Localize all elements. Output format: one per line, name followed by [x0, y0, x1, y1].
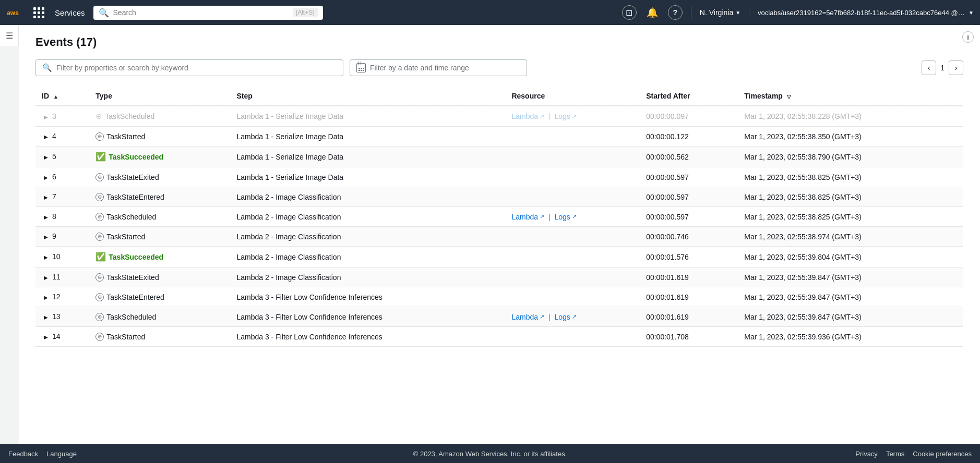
- logs-resource-link[interactable]: Logs ↗: [554, 213, 576, 221]
- account-menu[interactable]: voclabs/user2319162=5e7fb682-b18f-11ec-a…: [758, 9, 974, 17]
- row-expand-button[interactable]: ▶: [42, 294, 50, 301]
- info-panel-icon[interactable]: i: [962, 31, 974, 43]
- table-row: ▶ 10 ✅ TaskSucceeded Lambda 2 - Image Cl…: [35, 247, 963, 267]
- events-table: ID ▲ Type Step Resource Started After: [35, 87, 963, 347]
- search-filter-icon: 🔍: [42, 63, 52, 72]
- col-header-id[interactable]: ID ▲: [35, 87, 89, 106]
- table-row: ▶ 6 ⊖ TaskStateExited Lambda 1 - Seriali…: [35, 167, 963, 187]
- table-row: ▶ 4 ⊕ TaskStarted Lambda 1 - Serialize I…: [35, 127, 963, 147]
- apps-grid-icon[interactable]: [31, 5, 46, 20]
- svg-text:aws: aws: [7, 9, 19, 17]
- lambda-resource-link[interactable]: Lambda ↗: [511, 213, 544, 221]
- services-nav-link[interactable]: Services: [51, 8, 89, 17]
- help-icon[interactable]: ?: [668, 5, 683, 20]
- table-row: ▶ 5 ✅ TaskSucceeded Lambda 1 - Serialize…: [35, 147, 963, 167]
- col-header-type: Type: [89, 87, 230, 106]
- type-clock-icon: ⊕: [95, 112, 102, 121]
- calendar-icon: [356, 63, 366, 72]
- row-expand-button[interactable]: ▶: [42, 133, 50, 141]
- type-clock-icon: ⊕: [95, 333, 104, 341]
- ext-link-icon-2: ↗: [572, 313, 577, 320]
- ext-link-icon-2: ↗: [572, 213, 577, 220]
- table-row: ▶ 8 ⊕ TaskScheduled Lambda 2 - Image Cla…: [35, 207, 963, 227]
- menu-hamburger-icon: ☰: [6, 31, 13, 41]
- table-row: ▶ 11 ⊖ TaskStateExited Lambda 2 - Image …: [35, 267, 963, 287]
- lambda-resource-link[interactable]: Lambda ↗: [511, 112, 544, 120]
- col-header-started-after: Started After: [640, 87, 738, 106]
- type-dash-icon: ⊖: [95, 173, 104, 181]
- prev-page-button[interactable]: ‹: [922, 60, 936, 75]
- col-header-resource: Resource: [505, 87, 640, 106]
- type-clock-icon: ⊕: [95, 132, 104, 141]
- keyword-filter-box[interactable]: 🔍: [35, 59, 343, 76]
- type-dash-icon: ⊖: [95, 273, 104, 282]
- row-expand-button[interactable]: ▶: [42, 333, 50, 341]
- row-expand-button[interactable]: ▶: [42, 213, 50, 221]
- top-navigation: aws Services 🔍 [Alt+S] ⊡ 🔔 ? N. Virginia…: [0, 0, 980, 25]
- row-expand-button[interactable]: ▶: [42, 174, 50, 181]
- row-expand-button[interactable]: ▶: [42, 233, 50, 241]
- row-expand-button[interactable]: ▶: [42, 253, 50, 261]
- terminal-icon[interactable]: ⊡: [622, 5, 637, 20]
- table-row: ▶ 7 ⊖ TaskStateEntered Lambda 2 - Image …: [35, 187, 963, 207]
- logs-resource-link[interactable]: Logs ↗: [554, 313, 576, 321]
- next-page-button[interactable]: ›: [949, 60, 963, 75]
- type-clock-icon: ⊕: [95, 233, 104, 241]
- account-chevron-icon: ▼: [969, 10, 974, 16]
- region-selector[interactable]: N. Virginia ▼: [700, 8, 740, 17]
- table-row: ▶ 9 ⊕ TaskStarted Lambda 2 - Image Class…: [35, 227, 963, 247]
- table-row: ▶ 14 ⊕ TaskStarted Lambda 3 - Filter Low…: [35, 327, 963, 347]
- table-header-row: ID ▲ Type Step Resource Started After: [35, 87, 963, 106]
- region-chevron-icon: ▼: [735, 10, 740, 16]
- lambda-resource-link[interactable]: Lambda ↗: [511, 313, 544, 321]
- row-expand-button[interactable]: ▶: [42, 153, 50, 161]
- col-header-step: Step: [230, 87, 505, 106]
- pagination-controls: ‹ 1 ›: [922, 60, 963, 75]
- row-expand-button[interactable]: ▶: [42, 313, 50, 321]
- type-clock-icon: ⊕: [95, 313, 104, 321]
- table-row: ▶ 3 ⊕ TaskScheduled Lambda 1 - Serialize…: [35, 106, 963, 127]
- type-check-icon: ✅: [95, 252, 106, 262]
- type-dash-icon: ⊖: [95, 193, 104, 201]
- external-link-icon-2: ↗: [572, 113, 577, 120]
- type-check-icon: ✅: [95, 152, 106, 162]
- search-icon: 🔍: [99, 8, 109, 18]
- nav-divider-2: [749, 6, 749, 19]
- date-filter-label: Filter by a date and time range: [370, 64, 520, 72]
- sidebar-toggle-button[interactable]: ☰: [0, 25, 19, 46]
- table-row: ▶ 12 ⊖ TaskStateEntered Lambda 3 - Filte…: [35, 287, 963, 307]
- col-header-timestamp[interactable]: Timestamp ▽: [738, 87, 963, 106]
- row-expand-button[interactable]: ▶: [42, 113, 50, 121]
- type-clock-icon: ⊕: [95, 213, 104, 221]
- main-content: Events (17) 🔍 Filter by a date and time …: [19, 25, 980, 444]
- page-title: Events (17): [35, 35, 963, 49]
- id-sort-icon: ▲: [53, 94, 58, 100]
- nav-icon-group: ⊡ 🔔 ? N. Virginia ▼ voclabs/user2319162=…: [622, 5, 974, 20]
- logs-resource-link[interactable]: Logs ↗: [554, 112, 576, 120]
- aws-logo: aws: [6, 6, 25, 19]
- current-page-number: 1: [940, 64, 945, 72]
- events-table-wrapper: ID ▲ Type Step Resource Started After: [35, 87, 963, 347]
- external-link-icon: ↗: [540, 113, 544, 120]
- nav-divider: [691, 6, 691, 19]
- keyword-filter-input[interactable]: [56, 64, 337, 72]
- global-search-input[interactable]: [113, 8, 289, 17]
- global-search-box[interactable]: 🔍 [Alt+S]: [93, 6, 323, 20]
- table-row: ▶ 13 ⊕ TaskScheduled Lambda 3 - Filter L…: [35, 307, 963, 327]
- ext-link-icon: ↗: [540, 213, 544, 220]
- notifications-icon[interactable]: 🔔: [645, 5, 660, 20]
- ext-link-icon: ↗: [540, 313, 544, 320]
- date-filter-box[interactable]: Filter by a date and time range: [350, 59, 527, 76]
- filter-row: 🔍 Filter by a date and time range ‹ 1 ›: [35, 59, 963, 76]
- timestamp-sort-icon: ▽: [787, 94, 791, 100]
- search-shortcut-badge: [Alt+S]: [293, 8, 318, 17]
- row-expand-button[interactable]: ▶: [42, 274, 50, 282]
- type-dash-icon: ⊖: [95, 293, 104, 301]
- row-expand-button[interactable]: ▶: [42, 193, 50, 201]
